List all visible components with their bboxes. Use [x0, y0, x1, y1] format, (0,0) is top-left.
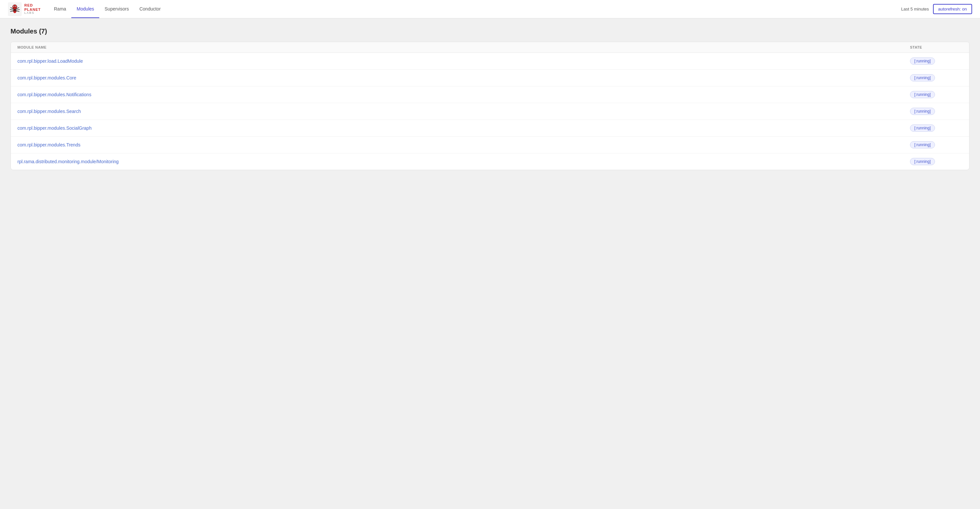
- nav-tabs: Rama Modules Supervisors Conductor: [49, 0, 166, 18]
- tab-modules[interactable]: Modules: [71, 0, 99, 18]
- table-row[interactable]: com.rpl.bipper.modules.SocialGraph[:runn…: [11, 120, 969, 136]
- time-filter[interactable]: Last 5 minutes: [901, 6, 929, 11]
- state-cell: [:running]: [910, 108, 963, 115]
- tab-supervisors[interactable]: Supervisors: [99, 0, 134, 18]
- svg-point-11: [15, 6, 16, 6]
- state-badge: [:running]: [910, 57, 935, 65]
- table-row[interactable]: com.rpl.bipper.load.LoadModule[:running]: [11, 53, 969, 70]
- module-name-cell: com.rpl.bipper.modules.Trends: [18, 142, 910, 147]
- logo-area: RED PLANET LABS: [8, 2, 41, 16]
- autorefresh-button[interactable]: autorefresh: on: [933, 4, 972, 14]
- table-row[interactable]: rpl.rama.distributed.monitoring.module/M…: [11, 153, 969, 170]
- module-name-cell: rpl.rama.distributed.monitoring.module/M…: [18, 159, 910, 164]
- state-cell: [:running]: [910, 57, 963, 65]
- logo-labs-text: LABS: [24, 11, 41, 15]
- table-body: com.rpl.bipper.load.LoadModule[:running]…: [11, 53, 969, 170]
- module-name-cell: com.rpl.bipper.modules.Notifications: [18, 92, 910, 97]
- table-row[interactable]: com.rpl.bipper.modules.Search[:running]: [11, 103, 969, 120]
- logo-red-text: RED: [24, 3, 41, 7]
- page-title: Modules (7): [11, 28, 969, 35]
- state-cell: [:running]: [910, 158, 963, 165]
- state-badge: [:running]: [910, 124, 935, 132]
- table-row[interactable]: com.rpl.bipper.modules.Trends[:running]: [11, 136, 969, 153]
- header-right: Last 5 minutes autorefresh: on: [901, 4, 972, 14]
- module-name-cell: com.rpl.bipper.modules.SocialGraph: [18, 125, 910, 131]
- state-cell: [:running]: [910, 141, 963, 148]
- logo-planet-text: PLANET: [24, 8, 41, 11]
- table-row[interactable]: com.rpl.bipper.modules.Notifications[:ru…: [11, 86, 969, 103]
- state-badge: [:running]: [910, 91, 935, 98]
- state-cell: [:running]: [910, 74, 963, 81]
- column-header-state: STATE: [910, 45, 963, 49]
- logo-icon: [8, 2, 22, 16]
- module-name-cell: com.rpl.bipper.modules.Search: [18, 109, 910, 114]
- modules-table: MODULE NAME STATE com.rpl.bipper.load.Lo…: [11, 42, 969, 170]
- logo-text: RED PLANET LABS: [24, 3, 41, 14]
- main-header: RED PLANET LABS Rama Modules Supervisors…: [0, 0, 980, 18]
- state-badge: [:running]: [910, 108, 935, 115]
- state-badge: [:running]: [910, 74, 935, 81]
- svg-point-10: [13, 6, 14, 6]
- table-header: MODULE NAME STATE: [11, 42, 969, 53]
- module-name-cell: com.rpl.bipper.modules.Core: [18, 75, 910, 81]
- main-content: Modules (7) MODULE NAME STATE com.rpl.bi…: [0, 18, 980, 179]
- state-cell: [:running]: [910, 91, 963, 98]
- tab-rama[interactable]: Rama: [49, 0, 71, 18]
- column-header-module-name: MODULE NAME: [18, 45, 910, 49]
- state-cell: [:running]: [910, 124, 963, 132]
- table-row[interactable]: com.rpl.bipper.modules.Core[:running]: [11, 70, 969, 86]
- state-badge: [:running]: [910, 141, 935, 148]
- state-badge: [:running]: [910, 158, 935, 165]
- module-name-cell: com.rpl.bipper.load.LoadModule: [18, 59, 910, 64]
- tab-conductor[interactable]: Conductor: [134, 0, 166, 18]
